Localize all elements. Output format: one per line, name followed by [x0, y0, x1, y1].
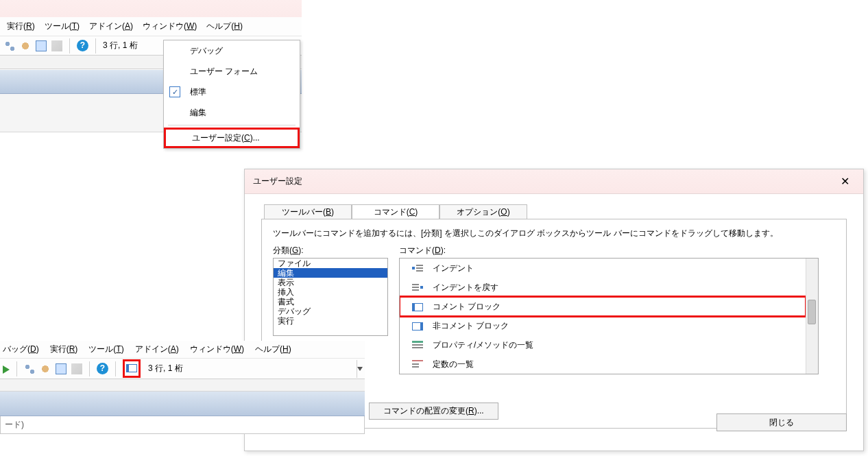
category-item[interactable]: デバッグ	[274, 307, 387, 316]
code-tab-label: ード)	[0, 416, 365, 434]
menu-addins[interactable]: アドイン(A)	[135, 344, 179, 355]
menu-help[interactable]: ヘルプ(H)	[255, 344, 291, 355]
dropdown-separator	[168, 125, 296, 125]
dialog-title: ユーザー設定	[253, 176, 302, 187]
comment-block-button[interactable]	[123, 359, 141, 378]
hand-icon[interactable]	[40, 363, 51, 374]
standard-toolbar-2: 3 行, 1 桁	[0, 359, 365, 379]
command-item[interactable]: 定数の一覧	[400, 355, 806, 374]
dropdown-item-customize[interactable]: ユーザー設定(C)...	[164, 128, 300, 148]
form-icon[interactable]	[36, 40, 47, 51]
menubar-2: バッグ(D) 実行(R) ツール(T) アドイン(A) ウィンドウ(W) ヘルプ…	[0, 341, 365, 359]
menu-help[interactable]: ヘルプ(H)	[206, 21, 243, 32]
cursor-position: 3 行, 1 桁	[103, 40, 138, 51]
commands-listbox[interactable]: インデントインデントを戻すコメント ブロック非コメント ブロックプロパティ/メソ…	[399, 258, 819, 374]
categories-label: 分類(G):	[273, 245, 388, 256]
tool-icon[interactable]	[51, 40, 62, 51]
run-icon[interactable]	[3, 365, 10, 374]
outdent-icon	[412, 283, 423, 291]
dialog-tabs: ツールバー(B) コマンド(C) オプション(O)	[264, 204, 847, 219]
dropdown-strip	[0, 379, 365, 392]
command-label: プロパティ/メソッドの一覧	[433, 339, 533, 351]
const-icon	[412, 360, 423, 368]
commands-label: コマンド(D):	[399, 245, 819, 256]
list-icon	[412, 341, 423, 349]
tab-options[interactable]: オプション(O)	[439, 204, 527, 219]
check-icon: ✓	[169, 86, 180, 97]
menu-addins[interactable]: アドイン(A)	[89, 21, 133, 32]
controls-icon[interactable]	[4, 40, 15, 51]
command-label: 非コメント ブロック	[433, 320, 509, 332]
command-item[interactable]: プロパティ/メソッドの一覧	[400, 335, 806, 355]
dialog-titlebar[interactable]: ユーザー設定 ✕	[245, 169, 863, 194]
menu-debug[interactable]: バッグ(D)	[3, 344, 39, 355]
cursor-position: 3 行, 1 桁	[148, 363, 183, 374]
menu-tools[interactable]: ツール(T)	[88, 344, 123, 355]
categories-listbox[interactable]: ファイル編集表示挿入書式デバッグ実行	[273, 258, 388, 336]
command-label: インデント	[433, 263, 474, 274]
form-icon[interactable]	[56, 363, 67, 374]
command-item[interactable]: インデントを戻す	[400, 278, 806, 297]
titlebar-strip	[0, 0, 302, 17]
menubar: 実行(R) ツール(T) アドイン(A) ウィンドウ(W) ヘルプ(H)	[0, 17, 302, 36]
chevron-down-icon	[357, 367, 363, 371]
toolbar-separator	[69, 38, 70, 53]
uncomment-icon	[412, 322, 423, 331]
command-label: インデントを戻す	[433, 282, 498, 293]
toolbar-separator	[16, 361, 17, 376]
editor-bottom-fragment: バッグ(D) 実行(R) ツール(T) アドイン(A) ウィンドウ(W) ヘルプ…	[0, 341, 365, 434]
comment-block-icon	[126, 364, 137, 372]
toolbar-separator	[89, 361, 90, 376]
dropdown-item-standard[interactable]: ✓ 標準	[164, 82, 300, 102]
help-icon[interactable]	[77, 40, 88, 51]
toolbars-dropdown: デバッグ ユーザー フォーム ✓ 標準 編集 ユーザー設定(C)...	[163, 40, 300, 149]
toolbar-overflow[interactable]	[357, 360, 362, 378]
instruction-text: ツールバーにコマンドを追加するには、[分類] を選択しこのダイアログ ボックスか…	[273, 228, 835, 239]
menu-tools[interactable]: ツール(T)	[45, 21, 80, 32]
category-item[interactable]: 表示	[274, 278, 387, 287]
command-item[interactable]: インデント	[400, 259, 806, 278]
tab-toolbars[interactable]: ツールバー(B)	[264, 204, 352, 219]
dropdown-item-userform[interactable]: ユーザー フォーム	[164, 61, 300, 82]
menu-run[interactable]: 実行(R)	[50, 344, 78, 355]
tool-icon[interactable]	[71, 363, 82, 374]
category-item[interactable]: 書式	[274, 297, 387, 307]
category-item[interactable]: 挿入	[274, 287, 387, 297]
toolbar-separator	[95, 38, 96, 53]
command-item[interactable]: 非コメント ブロック	[400, 316, 806, 335]
rearrange-commands-button[interactable]: コマンドの配置の変更(R)...	[369, 403, 498, 420]
menu-run[interactable]: 実行(R)	[7, 21, 35, 32]
close-icon[interactable]: ✕	[835, 172, 855, 191]
command-item[interactable]: コメント ブロック	[400, 297, 806, 316]
command-label: コメント ブロック	[433, 301, 501, 313]
comment-icon	[412, 303, 423, 311]
dropdown-item-debug[interactable]: デバッグ	[164, 40, 300, 61]
hand-icon[interactable]	[20, 40, 31, 51]
command-label: 定数の一覧	[433, 359, 474, 370]
controls-icon[interactable]	[24, 363, 35, 374]
category-item[interactable]: 編集	[274, 268, 387, 278]
scrollbar[interactable]	[806, 259, 818, 374]
close-button[interactable]: 閉じる	[716, 413, 847, 431]
category-item[interactable]: 実行	[274, 316, 387, 326]
code-pane-header	[0, 392, 365, 416]
menu-window[interactable]: ウィンドウ(W)	[143, 21, 197, 32]
help-icon[interactable]	[97, 363, 108, 374]
dropdown-item-edit[interactable]: 編集	[164, 102, 300, 123]
indent-icon	[412, 264, 423, 272]
scrollbar-thumb[interactable]	[808, 300, 816, 324]
category-item[interactable]: ファイル	[274, 259, 387, 268]
tab-commands[interactable]: コマンド(C)	[352, 204, 439, 219]
menu-window[interactable]: ウィンドウ(W)	[190, 344, 244, 355]
editor-top-fragment: 実行(R) ツール(T) アドイン(A) ウィンドウ(W) ヘルプ(H) 3 行…	[0, 0, 302, 132]
toolbar-separator	[115, 361, 116, 376]
